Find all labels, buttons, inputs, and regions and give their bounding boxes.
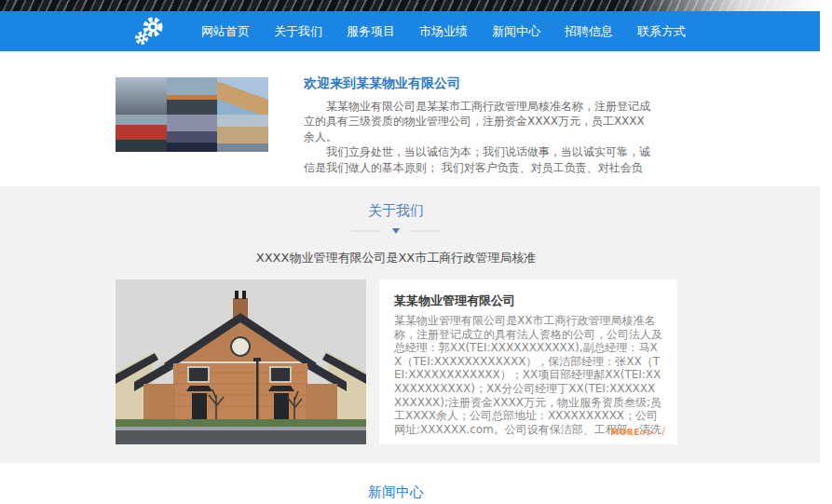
nav-menu: 网站首页 关于我们 服务项目 市场业绩 新闻中心 招聘信息 联系方式 [198, 11, 689, 51]
news-section-title: 新闻中心 [0, 463, 792, 501]
about-section: 关于我们 XXXX物业管理有限公司是XX市工商行政管理局核准 [0, 186, 820, 463]
divider-line-right [412, 230, 440, 232]
welcome-text-block: 欢迎来到某某物业有限公司 某某物业有限公司是某某市工商行政管理局核准名称，注册登… [304, 75, 654, 180]
divider-line-left [352, 230, 380, 232]
collage-harbor-photo [167, 115, 218, 152]
decorative-slash: / [662, 426, 665, 436]
about-card: 某某物业管理有限公司 某某物业管理有限公司是XX市工商行政管理局核准名称，注册登… [379, 279, 677, 444]
nav-item-about[interactable]: 关于我们 [271, 20, 325, 43]
triangle-down-icon [392, 228, 400, 234]
navbar: 网站首页 关于我们 服务项目 市场业绩 新闻中心 招聘信息 联系方式 [0, 11, 820, 51]
about-section-title: 关于我们 [0, 186, 792, 220]
about-content-row: 某某物业管理有限公司 某某物业管理有限公司是XX市工商行政管理局核准名称，注册登… [116, 279, 677, 444]
house-photo [116, 279, 366, 444]
page: 网站首页 关于我们 服务项目 市场业绩 新闻中心 招聘信息 联系方式 欢迎来到某… [0, 0, 832, 504]
header-banner-photo [0, 0, 820, 11]
nav-item-market[interactable]: 市场业绩 [416, 20, 471, 43]
collage-city-photo [116, 77, 167, 115]
gears-icon[interactable] [132, 15, 166, 48]
nav-item-contact[interactable]: 联系方式 [634, 20, 689, 43]
collage-crew-photo [217, 115, 268, 152]
collage-port-photo [167, 77, 218, 115]
nav-item-news[interactable]: 新闻中心 [489, 20, 543, 43]
welcome-section: 欢迎来到某某物业有限公司 某某物业有限公司是某某市工商行政管理局核准名称，注册登… [0, 51, 820, 186]
welcome-paragraph-1: 某某物业有限公司是某某市工商行政管理局核准名称，注册登记成立的具有三级资质的物业… [304, 99, 654, 144]
welcome-title: 欢迎来到某某物业有限公司 [304, 75, 654, 92]
nav-item-home[interactable]: 网站首页 [198, 20, 252, 43]
news-section: 新闻中心 [0, 463, 820, 504]
nav-item-services[interactable]: 服务项目 [344, 20, 398, 43]
more-link[interactable]: MORE>> [610, 428, 655, 437]
collage-ship-photo [116, 115, 167, 152]
nav-item-jobs[interactable]: 招聘信息 [562, 20, 616, 43]
welcome-paragraph-2: 我们立身处世，当以诚信为本；我们说话做事，当以诚实可靠，诚信是我们做人的基本原则… [304, 144, 654, 175]
about-card-title: 某某物业管理有限公司 [394, 293, 662, 309]
company-photo-collage [116, 77, 268, 152]
about-subtitle: XXXX物业管理有限公司是XX市工商行政管理局核准 [0, 250, 792, 266]
about-card-body: 某某物业管理有限公司是XX市工商行政管理局核准名称，注册登记成立的具有法人资格的… [394, 314, 662, 436]
section-divider [0, 228, 792, 234]
collage-worker-photo [217, 77, 268, 115]
